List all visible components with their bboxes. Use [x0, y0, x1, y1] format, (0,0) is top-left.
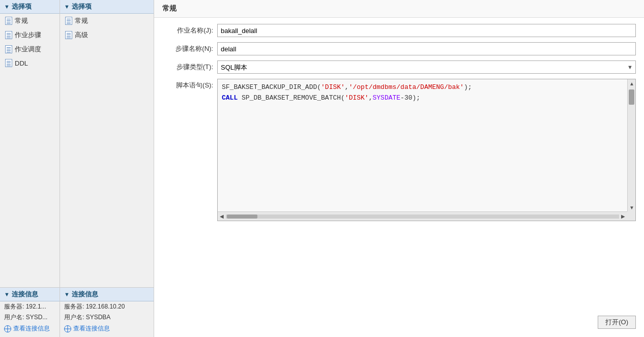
script-row: 脚本语句(S): SF_BAKSET_BACKUP_DIR_ADD('DISK'…: [162, 79, 636, 309]
section-title: 常规: [154, 0, 644, 18]
job-name-label: 作业名称(J):: [162, 26, 213, 35]
open-button[interactable]: 打开(O): [598, 316, 636, 329]
left-conn-link[interactable]: 查看连接信息: [0, 323, 60, 334]
main-container: ▼ 选择项 常规 作业步骤 作业调度 DDL ▼ 连接信息 服务器:: [0, 0, 644, 337]
left-server-value: 192.1...: [26, 303, 46, 310]
middle-conn-header: ▼ 连接信息: [60, 288, 154, 301]
sidebar-item-ddl[interactable]: DDL: [0, 56, 60, 70]
left-panel-title: 选择项: [12, 2, 32, 11]
left-globe-icon: [4, 325, 11, 332]
left-panel: ▼ 选择项 常规 作业步骤 作业调度 DDL ▼ 连接信息 服务器:: [0, 0, 60, 337]
middle-advanced-icon: [65, 31, 72, 39]
middle-server-label: 服务器:: [64, 303, 84, 310]
middle-general-icon: [65, 17, 72, 25]
middle-connection-info: ▼ 连接信息 服务器: 192.168.10.20 用户名: SYSDBA 查看…: [60, 287, 154, 337]
middle-user-value: SYSDBA: [86, 314, 111, 321]
middle-conn-title: 连接信息: [72, 290, 98, 299]
job-name-row: 作业名称(J):: [162, 24, 636, 37]
script-label: 脚本语句(S):: [162, 79, 213, 90]
sidebar-item-job-schedule[interactable]: 作业调度: [0, 42, 60, 56]
step-name-input[interactable]: [217, 42, 636, 55]
left-panel-arrow: ▼: [4, 4, 10, 10]
middle-conn-link[interactable]: 查看连接信息: [60, 323, 154, 334]
sidebar-item-job-steps[interactable]: 作业步骤: [0, 28, 60, 42]
sidebar-item-ddl-label: DDL: [15, 59, 28, 67]
middle-panel: ▼ 选择项 常规 高级 ▼ 连接信息 服务器: 192.168.10.20 用户…: [60, 0, 154, 337]
middle-server-value: 192.168.10.20: [86, 303, 125, 310]
scrollbar-right-arrow[interactable]: ▶: [619, 212, 627, 221]
left-panel-header: ▼ 选择项: [0, 0, 60, 14]
middle-conn-link-text: 查看连接信息: [73, 324, 110, 333]
middle-item-general[interactable]: 常规: [60, 14, 154, 28]
scrollbar-corner: [627, 211, 635, 221]
scrollbar-left-arrow[interactable]: ◀: [218, 212, 226, 221]
scrollbar-h-thumb[interactable]: [227, 215, 257, 219]
step-name-row: 步骤名称(N):: [162, 42, 636, 55]
scrollbar-down-arrow[interactable]: ▼: [628, 203, 636, 211]
general-icon: [5, 17, 12, 25]
job-name-input[interactable]: [217, 24, 636, 37]
step-type-label: 步骤类型(T):: [162, 63, 213, 72]
form-area: 作业名称(J): 步骤名称(N): 步骤类型(T): SQL脚本 操作系统命令 …: [154, 18, 644, 337]
middle-item-advanced-label: 高级: [75, 30, 88, 40]
scrollbar-v-thumb[interactable]: [629, 89, 634, 105]
left-conn-title: 连接信息: [12, 290, 38, 299]
middle-item-advanced[interactable]: 高级: [60, 28, 154, 42]
middle-globe-icon: [64, 325, 71, 332]
step-type-wrapper: SQL脚本 操作系统命令 批处理 ▼: [217, 60, 636, 74]
left-server-text: 服务器: 192.1...: [0, 301, 60, 312]
sidebar-item-general[interactable]: 常规: [0, 14, 60, 28]
script-editor[interactable]: SF_BAKSET_BACKUP_DIR_ADD('DISK','/opt/dm…: [218, 79, 635, 221]
left-user-text: 用户名: SYSD...: [0, 312, 60, 323]
middle-server-text: 服务器: 192.168.10.20: [60, 301, 154, 312]
scrollbar-h-track: [226, 215, 619, 219]
left-user-label: 用户名:: [4, 314, 24, 321]
script-scrollbar-v[interactable]: ▲ ▼: [627, 79, 635, 211]
job-steps-icon: [5, 31, 12, 39]
middle-user-text: 用户名: SYSDBA: [60, 312, 154, 323]
left-conn-arrow: ▼: [4, 291, 10, 297]
script-scrollbar-h[interactable]: ◀ ▶: [218, 211, 627, 221]
left-connection-info: ▼ 连接信息 服务器: 192.1... 用户名: SYSD... 查看连接信息: [0, 287, 60, 337]
scrollbar-up-arrow[interactable]: ▲: [628, 79, 636, 87]
sidebar-item-job-steps-label: 作业步骤: [15, 30, 41, 40]
middle-panel-header: ▼ 选择项: [60, 0, 154, 14]
left-conn-header: ▼ 连接信息: [0, 288, 60, 301]
middle-item-general-label: 常规: [75, 16, 88, 25]
script-container: SF_BAKSET_BACKUP_DIR_ADD('DISK','/opt/dm…: [217, 79, 636, 221]
middle-panel-arrow: ▼: [64, 4, 70, 10]
step-type-select[interactable]: SQL脚本 操作系统命令 批处理: [217, 60, 636, 74]
open-button-row: 打开(O): [162, 314, 636, 331]
middle-panel-title: 选择项: [72, 2, 92, 11]
middle-user-label: 用户名:: [64, 314, 84, 321]
left-conn-link-text: 查看连接信息: [13, 324, 50, 333]
left-server-label: 服务器:: [4, 303, 24, 310]
step-type-row: 步骤类型(T): SQL脚本 操作系统命令 批处理 ▼: [162, 60, 636, 74]
step-name-label: 步骤名称(N):: [162, 44, 213, 53]
job-schedule-icon: [5, 45, 12, 53]
right-panel: 常规 作业名称(J): 步骤名称(N): 步骤类型(T): SQL脚本 操作系统…: [154, 0, 644, 337]
ddl-icon: [5, 59, 12, 67]
sidebar-item-job-schedule-label: 作业调度: [15, 45, 41, 54]
middle-conn-arrow: ▼: [64, 291, 70, 297]
sidebar-item-general-label: 常规: [15, 16, 28, 25]
left-user-value: SYSD...: [26, 314, 48, 321]
